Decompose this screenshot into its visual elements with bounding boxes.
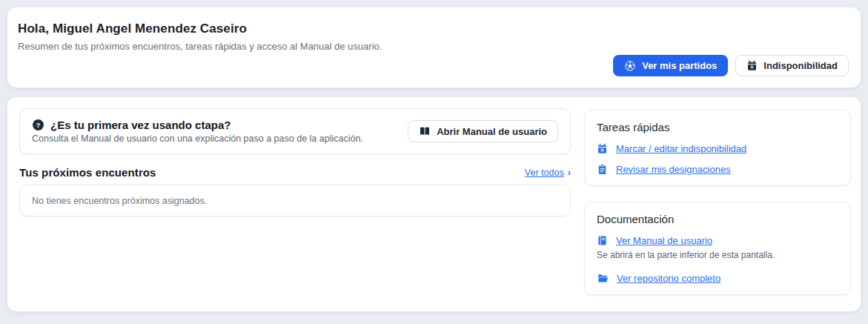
clipboard-icon: [597, 164, 608, 175]
indisponibilidad-button[interactable]: Indisponibilidad: [735, 55, 849, 76]
encounters-title: Tus próximos encuentros: [19, 166, 156, 179]
svg-text:?: ?: [36, 121, 41, 129]
manual-link[interactable]: Ver Manual de usuario: [597, 235, 838, 246]
header-card: Hola, Miguel Angel Menendez Caseiro Resu…: [7, 7, 861, 87]
dashboard-page: { "colors": { "accent": "#2563eb", "link…: [0, 0, 868, 324]
intro-title: ¿Es tu primera vez usando ctapa?: [50, 119, 231, 131]
indisponibilidad-label: Indisponibilidad: [763, 60, 838, 71]
question-circle-icon: ?: [32, 119, 44, 131]
right-column: Tareas rápidas Marcar / editar indisponi…: [584, 110, 851, 295]
view-all-link[interactable]: Ver todos ›: [525, 168, 571, 178]
repository-link[interactable]: Ver repositorio completo: [597, 273, 838, 284]
documentation-card: Documentación Ver Manual de usuario Se a…: [584, 202, 851, 295]
calendar-x-icon: [597, 143, 608, 154]
encounters-section-head: Tus próximos encuentros Ver todos ›: [19, 165, 571, 179]
page-title: Hola, Miguel Angel Menendez Caseiro: [18, 22, 849, 36]
chevron-right-icon: ›: [568, 168, 571, 177]
quick-task-link-designaciones[interactable]: Revisar mis designaciones: [597, 164, 838, 175]
header-actions: Ver mis partidos Indisponibilidad: [613, 55, 849, 76]
intro-card: ? ¿Es tu primera vez usando ctapa? Consu…: [19, 108, 571, 154]
book-icon: [597, 235, 608, 246]
empty-state-message: No tienes encuentros próximos asignados.: [32, 196, 207, 206]
folder-open-icon: [597, 273, 609, 284]
ver-mis-partidos-button[interactable]: Ver mis partidos: [613, 55, 728, 76]
empty-state-card: No tienes encuentros próximos asignados.: [19, 185, 571, 216]
quick-tasks-card: Tareas rápidas Marcar / editar indisponi…: [584, 110, 851, 186]
main-card: ? ¿Es tu primera vez usando ctapa? Consu…: [7, 97, 861, 311]
soccer-ball-icon: [624, 60, 636, 72]
quick-tasks-title: Tareas rápidas: [597, 121, 838, 133]
intro-description: Consulta el Manual de usuario con una ex…: [32, 133, 363, 144]
ver-mis-partidos-label: Ver mis partidos: [642, 60, 717, 71]
manual-note: Se abrirá en la parte inferior de esta p…: [597, 250, 838, 260]
page-subtitle: Resumen de tus próximos encuentros, tare…: [18, 41, 849, 52]
quick-task-link-indisponibilidad[interactable]: Marcar / editar indisponibilidad: [597, 143, 838, 154]
open-manual-button[interactable]: Abrir Manual de usuario: [408, 120, 558, 142]
book-open-icon: [419, 125, 431, 137]
documentation-title: Documentación: [597, 213, 838, 225]
calendar-x-icon: [746, 60, 758, 71]
left-column: ? ¿Es tu primera vez usando ctapa? Consu…: [19, 108, 571, 216]
open-manual-label: Abrir Manual de usuario: [437, 126, 547, 137]
